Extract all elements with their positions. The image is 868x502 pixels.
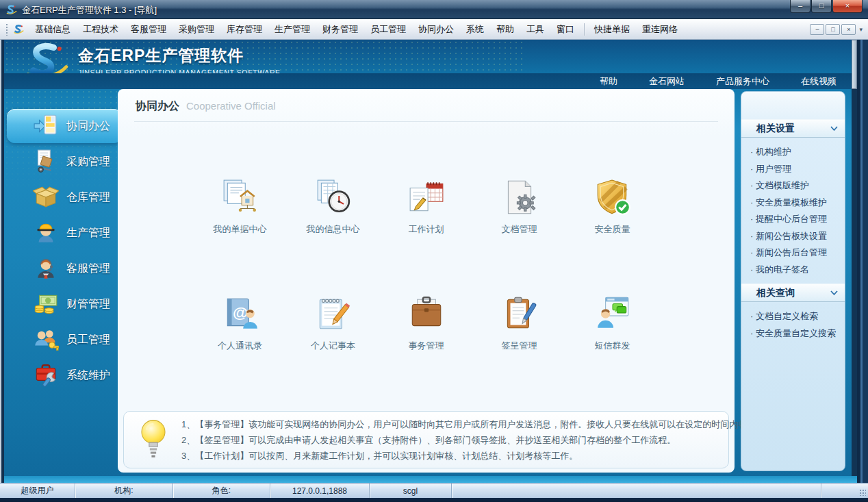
warehouse-icon (33, 184, 59, 210)
vertical-scrollbar[interactable] (852, 40, 857, 483)
sidebar-item-warehouse[interactable]: 仓库管理 (7, 179, 122, 215)
close-button[interactable]: × (832, 0, 863, 13)
minimize-button[interactable]: – (790, 0, 810, 13)
module-document-management[interactable]: 文档管理 (473, 178, 566, 236)
menu-item-inventory[interactable]: 库存管理 (220, 22, 268, 37)
sidebar-item-finance[interactable]: 财管管理 (7, 286, 122, 322)
menu-item-engineering[interactable]: 工程技术 (77, 22, 125, 37)
status-role: 角色: (173, 484, 270, 498)
menu-separator (584, 23, 585, 36)
sms-broadcast-icon (593, 294, 632, 333)
rp-item-org-maintenance[interactable]: 机构维护 (750, 144, 842, 161)
sidebar-item-purchase[interactable]: 采购管理 (7, 144, 122, 179)
menu-item-purchase[interactable]: 采购管理 (173, 22, 220, 37)
module-sign-approval[interactable]: 签呈管理 (473, 294, 566, 352)
chevron-down-icon (830, 126, 838, 131)
resize-grip[interactable] (821, 484, 868, 498)
module-notepad[interactable]: 个人记事本 (287, 294, 380, 352)
module-sms-broadcast[interactable]: 短信群发 (566, 294, 659, 352)
module-info-center[interactable]: 我的信息中心 (287, 178, 380, 236)
module-contacts[interactable]: @ 个人通讯录 (194, 294, 287, 352)
banner-links-row: 帮助 金石网站 产品服务中心 在线视频 (4, 73, 857, 89)
right-panel: 相关设置 机构维护 用户管理 文档模版维护 安全质量模板维护 提醒中心后台管理 … (741, 91, 845, 471)
mdi-window-controls: – □ × ▾ (810, 24, 863, 35)
status-server-address: 127.0.0.1,1888 (270, 484, 370, 498)
main-header: 协同办公 Cooperative Official (118, 89, 735, 114)
menu-item-reconnect[interactable]: 重连网络 (636, 22, 684, 37)
svg-text:@: @ (232, 303, 247, 321)
safety-quality-icon (593, 178, 632, 216)
mdi-close-button[interactable]: × (841, 24, 856, 35)
menu-item-window[interactable]: 窗口 (550, 22, 580, 37)
menu-item-employee[interactable]: 员工管理 (364, 22, 412, 37)
rp-item-doc-custom-search[interactable]: 文档自定义检索 (750, 308, 842, 325)
left-sidebar: 协同办公 采购管理 仓库管理 (7, 108, 122, 393)
module-label: 工作计划 (380, 223, 473, 236)
mdi-restore-button[interactable]: □ (826, 24, 840, 35)
tip-line-1: 1、【事务管理】该功能可实现网络的协同办公，用户可以随时向其它用户或所有用户发送… (181, 416, 765, 432)
toolbar-overflow-icon[interactable]: ▾ (859, 26, 863, 33)
sidebar-item-employee[interactable]: 员工管理 (7, 322, 122, 357)
toolbar-grip[interactable] (5, 23, 9, 36)
maximize-button[interactable]: □ (811, 0, 832, 13)
menu-item-tools[interactable]: 工具 (520, 22, 550, 37)
sidebar-item-label: 员工管理 (66, 333, 110, 347)
info-center-icon (314, 178, 353, 216)
system-maintenance-icon (33, 362, 59, 388)
module-safety-quality[interactable]: 安全质量 (566, 178, 659, 236)
module-label: 文档管理 (473, 223, 566, 236)
menu-item-quick-bills[interactable]: 快捷单据 (588, 22, 636, 37)
sidebar-item-label: 采购管理 (66, 155, 110, 169)
scrollbar-thumb[interactable] (852, 40, 857, 89)
tips-text: 1、【事务管理】该功能可实现网络的协同办公，用户可以随时向其它用户或所有用户发送… (181, 416, 765, 464)
section-header-related-query[interactable]: 相关查询 (741, 284, 845, 302)
menu-item-cooperative[interactable]: 协同办公 (412, 22, 460, 37)
section-header-related-settings[interactable]: 相关设置 (741, 119, 845, 138)
title-bar: 金石ERP生产管理软件 1.3 - [导航] – □ × (0, 0, 868, 19)
status-organization: 机构: (75, 484, 173, 498)
rp-item-doc-template-maintenance[interactable]: 文档模版维护 (750, 177, 842, 194)
sidebar-item-customer-service[interactable]: 客服管理 (7, 251, 122, 286)
rp-item-safety-custom-search[interactable]: 安全质量自定义搜索 (750, 325, 842, 342)
rp-item-user-management[interactable]: 用户管理 (750, 161, 842, 178)
section-title: 相关设置 (756, 123, 795, 135)
sidebar-item-system-maintenance[interactable]: 系统维护 (7, 357, 122, 393)
tip-line-3: 3、【工作计划】可以按周、月来新建工作计划，并可以实现计划审核、计划总结、计划考… (181, 448, 765, 464)
menu-logo-icon (13, 23, 25, 35)
sidebar-item-label: 生产管理 (66, 226, 110, 240)
employee-icon (33, 327, 59, 353)
status-user: 超级用户 (0, 484, 75, 498)
link-online-video[interactable]: 在线视频 (801, 75, 837, 88)
menu-item-customer-service[interactable]: 客服管理 (125, 22, 173, 37)
module-work-plan[interactable]: 工作计划 (380, 178, 473, 236)
app-logo-icon (5, 3, 18, 16)
menu-bar: 基础信息 工程技术 客服管理 采购管理 库存管理 生产管理 财务管理 员工管理 … (0, 19, 868, 40)
window-frame-right (857, 40, 868, 483)
rp-item-news-admin[interactable]: 新闻公告后台管理 (750, 244, 842, 262)
link-jinshi-website[interactable]: 金石网站 (649, 75, 685, 88)
sidebar-item-label: 财管管理 (66, 297, 110, 312)
sidebar-item-label: 系统维护 (66, 368, 110, 383)
sidebar-item-production[interactable]: 生产管理 (7, 215, 122, 251)
rp-item-news-board-settings[interactable]: 新闻公告板块设置 (750, 228, 842, 245)
module-label: 事务管理 (380, 340, 473, 352)
sidebar-item-cooperative-office[interactable]: 协同办公 (7, 109, 122, 143)
menu-item-production[interactable]: 生产管理 (268, 22, 316, 37)
work-plan-icon (407, 178, 446, 216)
link-help[interactable]: 帮助 (600, 75, 617, 88)
rp-item-my-esignature[interactable]: 我的电子签名 (750, 262, 842, 279)
module-label: 我的信息中心 (287, 223, 380, 236)
window-frame-left (0, 40, 4, 483)
mdi-minimize-button[interactable]: – (810, 24, 824, 35)
menu-item-help[interactable]: 帮助 (490, 22, 520, 37)
tip-line-2: 2、【签呈管理】可以完成由申请人发起相关事宜（支持附件）、到各部门领导签批、并抄… (181, 432, 765, 448)
rp-item-reminder-admin[interactable]: 提醒中心后台管理 (750, 211, 842, 228)
rp-item-safety-template-maintenance[interactable]: 安全质量模板维护 (750, 194, 842, 212)
link-product-service-center[interactable]: 产品服务中心 (716, 75, 769, 88)
menu-item-system[interactable]: 系统 (460, 22, 490, 37)
menu-item-basic-info[interactable]: 基础信息 (29, 22, 77, 37)
lightbulb-icon (138, 418, 169, 462)
module-affairs[interactable]: 事务管理 (380, 294, 473, 352)
module-bills-center[interactable]: 我的单据中心 (194, 178, 287, 236)
menu-item-finance[interactable]: 财务管理 (316, 22, 364, 37)
